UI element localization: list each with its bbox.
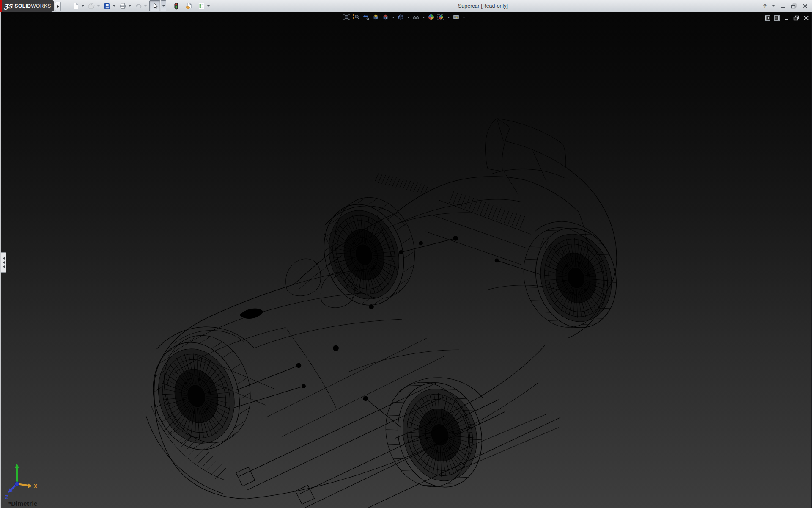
solidworks-window: ƷS SOLIDWORKS Supercar [Read-only] ? X [0, 0, 812, 508]
triad-y-arrow [15, 464, 19, 468]
chevron-down-icon [407, 17, 410, 18]
help-button[interactable]: ? [763, 3, 767, 9]
save-dropdown[interactable] [112, 1, 116, 11]
undo-button [134, 1, 143, 11]
options-checklist-dropdown[interactable] [206, 1, 211, 11]
window-controls: ? [763, 0, 808, 12]
view-orientation-dropdown[interactable] [391, 13, 395, 21]
wheel [312, 188, 428, 315]
chevron-down-icon [772, 5, 775, 7]
help-dropdown[interactable] [772, 5, 775, 7]
restore-window-button[interactable] [791, 3, 797, 9]
solidworks-logo-works: WORKS [31, 3, 51, 9]
zoom-to-area-button[interactable] [352, 13, 360, 21]
apply-scene-button[interactable] [437, 13, 445, 21]
menu-expand-button[interactable] [55, 2, 61, 11]
hide-show-items-dropdown[interactable] [422, 13, 425, 21]
expand-arrow-icon [57, 5, 59, 8]
save-button[interactable] [102, 1, 112, 11]
display-style-dropdown[interactable] [406, 13, 410, 21]
chevron-down-icon [162, 5, 165, 7]
solidworks-logo: ƷS SOLIDWORKS [2, 0, 54, 12]
triad-x-arrow [28, 483, 32, 488]
chevron-down-icon [207, 5, 210, 7]
chevron-down-icon [129, 5, 131, 7]
chevron-down-icon [463, 17, 465, 18]
chevron-down-icon [113, 5, 115, 7]
collapse-arrow-icon [3, 261, 5, 264]
titlebar: ƷS SOLIDWORKS Supercar [Read-only] ? [0, 0, 812, 12]
close-window-button[interactable] [802, 3, 808, 9]
document-window-controls [765, 15, 809, 21]
chevron-down-icon [82, 5, 84, 7]
collapse-arrow-icon [3, 257, 5, 260]
file-properties-button[interactable] [184, 1, 193, 11]
undo-dropdown [143, 1, 148, 11]
wheel [375, 370, 493, 499]
chevron-down-icon [447, 17, 450, 18]
minimize-document-button[interactable] [784, 16, 789, 21]
headsup-view-toolbar [343, 13, 466, 21]
pane-next-button[interactable] [774, 15, 780, 21]
new-document-button[interactable] [71, 1, 80, 11]
new-document-dropdown[interactable] [80, 1, 85, 11]
featuremanager-collapse-tab[interactable] [1, 252, 6, 273]
chevron-down-icon [97, 5, 100, 7]
apply-scene-dropdown[interactable] [447, 13, 450, 21]
select-cursor-dropdown[interactable] [161, 0, 166, 11]
chevron-down-icon [422, 17, 425, 18]
document-title: Supercar [Read-only] [458, 0, 508, 12]
display-style-button[interactable] [397, 13, 405, 21]
view-orientation-button[interactable] [381, 13, 390, 21]
restore-document-button[interactable] [793, 15, 799, 21]
collapse-arrow-icon [3, 265, 5, 268]
minimize-window-button[interactable] [780, 3, 785, 8]
edit-appearance-button[interactable] [427, 13, 435, 21]
wheel [513, 216, 627, 340]
zoom-to-fit-button[interactable] [343, 13, 351, 21]
solidworks-logo-solid: SOLID [15, 3, 31, 9]
triad-origin [15, 482, 19, 486]
wireframe-car-model[interactable] [0, 12, 812, 508]
view-settings-dropdown[interactable] [462, 13, 466, 21]
rebuild-traffic-light-button[interactable] [171, 1, 181, 11]
previous-view-button[interactable] [362, 13, 370, 21]
graphics-area[interactable]: X Z *Dimetric [0, 12, 812, 508]
print-button[interactable] [118, 1, 127, 11]
hide-show-items-button[interactable] [412, 13, 420, 21]
reference-triad: X Z [3, 462, 41, 504]
options-checklist-button[interactable] [197, 1, 206, 11]
standard-toolbar [71, 0, 212, 12]
print-dropdown[interactable] [127, 1, 132, 11]
select-cursor-button[interactable] [149, 0, 160, 11]
wireframe-car [140, 119, 627, 508]
chevron-down-icon [392, 17, 395, 18]
solidworks-logo-mark: ƷS [4, 3, 14, 10]
close-document-button[interactable] [804, 15, 809, 21]
help-icon: ? [763, 3, 767, 9]
open-folder-button [87, 1, 96, 11]
wheel [140, 325, 264, 460]
view-settings-button[interactable] [452, 13, 460, 21]
view-orientation-label: *Dimetric [8, 500, 38, 507]
chevron-down-icon [144, 5, 147, 7]
triad-z-label: Z [5, 494, 8, 500]
section-view-button[interactable] [372, 13, 380, 21]
triad-x-label: X [34, 483, 37, 489]
open-folder-dropdown [96, 1, 101, 11]
pane-previous-button[interactable] [765, 15, 770, 21]
